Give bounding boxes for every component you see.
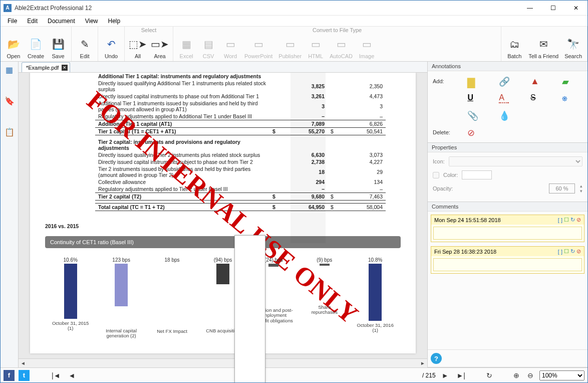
comment-collapse-icon[interactable]: [ ]	[558, 217, 562, 223]
select-group-label: Select	[127, 27, 171, 35]
menu-file[interactable]: File	[3, 17, 22, 26]
zoom-out-button[interactable]: ⊖	[525, 371, 535, 379]
sticky-note-icon: ▇	[467, 76, 477, 86]
search-button[interactable]: 🔭Search	[561, 36, 585, 60]
no-entry-icon: ⊘	[467, 127, 477, 137]
page-number-input[interactable]	[234, 235, 265, 384]
properties-panel: Properties Icon: Color: Opacity:60 %▴▾	[428, 143, 587, 202]
properties-panel-header: Properties	[428, 143, 587, 152]
app-icon: A	[4, 4, 12, 12]
convert-image-button: ▭Image	[356, 36, 378, 60]
comment-delete-icon[interactable]: ⊘	[576, 248, 581, 255]
stamp-button[interactable]: ▲	[520, 75, 551, 87]
comment-item[interactable]: Mon Sep 24 15:51:58 2018 [ ] ☐ ↻ ⊘	[431, 215, 584, 242]
convert-csv-button: ▤CSV	[197, 36, 219, 60]
color-swatch[interactable]	[462, 170, 492, 179]
last-page-button[interactable]: ►|	[454, 371, 467, 379]
caret-icon: ⎈	[562, 93, 572, 103]
menu-document[interactable]: Document	[43, 17, 80, 26]
link-button[interactable]: 🔗	[488, 75, 520, 87]
clipboard-icon: 📋	[5, 127, 15, 137]
comment-reply-icon[interactable]: ☐	[564, 217, 569, 223]
attachment-button[interactable]: 📎	[457, 109, 488, 121]
comment-refresh-icon[interactable]: ↻	[570, 217, 575, 223]
stamp-icon: ▲	[530, 76, 540, 86]
section-heading: 2016 vs. 2015	[45, 221, 401, 229]
close-button[interactable]: ✕	[564, 1, 587, 16]
annotations-panel-header: Annotations	[428, 62, 587, 71]
first-page-button[interactable]: |◄	[50, 371, 63, 379]
delete-annotation-button[interactable]: ⊘	[457, 126, 488, 138]
color-prop-label: Color:	[443, 172, 458, 178]
status-bar: f t |◄ ◄ / 215 ► ►| ↻ ⊕ ⊖ 100%	[1, 367, 587, 382]
create-button[interactable]: 📄Create	[25, 36, 47, 60]
watermark-button[interactable]: 💧	[488, 109, 520, 121]
menu-view[interactable]: View	[80, 17, 103, 26]
help-icon: ?	[434, 355, 438, 362]
opacity-spinner[interactable]: ▴▾	[580, 183, 582, 194]
prev-page-button[interactable]: ◄	[67, 371, 78, 379]
scroll-right-icon[interactable]: ►	[418, 360, 427, 366]
word-icon: ▭	[223, 37, 237, 51]
caret-button[interactable]: ⎈	[551, 92, 582, 104]
clipboard-button[interactable]: 📋	[3, 126, 17, 138]
highlight-button[interactable]: ▰	[551, 75, 582, 87]
tab-close-button[interactable]: ✕	[62, 65, 68, 71]
tell-friend-button[interactable]: ✉Tell a Friend	[525, 36, 561, 60]
document-tab[interactable]: *Example.pdf ✕	[22, 62, 70, 72]
strikeout-button[interactable]: S	[520, 92, 551, 104]
squiggly-button[interactable]: A	[488, 92, 520, 104]
tab-label: *Example.pdf	[26, 65, 59, 71]
zoom-select[interactable]: 100%	[539, 370, 584, 380]
publisher-icon: ▭	[283, 37, 297, 51]
mail-icon: ✉	[536, 37, 550, 51]
horizontal-scrollbar[interactable]: ◄ ►	[19, 358, 427, 367]
squiggly-icon: A	[499, 93, 509, 103]
facebook-icon: f	[8, 371, 10, 379]
strikeout-icon: S	[530, 93, 540, 103]
open-button[interactable]: 📂Open	[3, 36, 25, 60]
comment-text-input[interactable]	[433, 258, 582, 271]
menu-edit[interactable]: Edit	[22, 17, 43, 26]
opacity-value[interactable]: 60 %	[549, 183, 575, 194]
image-icon: ▭	[360, 37, 374, 51]
twitter-button[interactable]: t	[19, 370, 30, 381]
zoom-out-icon: ⊖	[527, 371, 533, 379]
help-button[interactable]: ?	[431, 353, 442, 364]
convert-excel-button: ▦Excel	[175, 36, 197, 60]
minimize-button[interactable]: —	[518, 1, 541, 16]
bookmarks-button[interactable]: 🔖	[3, 95, 17, 107]
comment-reply-icon[interactable]: ☐	[564, 248, 569, 255]
facebook-button[interactable]: f	[4, 370, 15, 381]
convert-html-button: ▭HTML	[305, 36, 327, 60]
comment-refresh-icon[interactable]: ↻	[570, 248, 575, 255]
icon-select[interactable]	[449, 156, 582, 166]
excel-icon: ▦	[179, 37, 193, 51]
ppt-icon: ▭	[251, 37, 265, 51]
batch-button[interactable]: 🗂Batch	[503, 36, 525, 60]
comment-collapse-icon[interactable]: [ ]	[558, 249, 562, 255]
thumbnails-button[interactable]: ▦	[3, 64, 17, 76]
next-page-button[interactable]: ►	[440, 371, 451, 379]
title-bar: A Able2Extract Professional 12 — ☐ ✕	[1, 1, 587, 16]
edit-button[interactable]: ✎Edit	[74, 36, 96, 60]
save-button[interactable]: 💾Save	[47, 36, 69, 60]
comment-text-input[interactable]	[433, 227, 582, 240]
rotate-button[interactable]: ↻	[484, 371, 494, 379]
scroll-left-icon[interactable]: ◄	[19, 360, 28, 366]
select-all-button[interactable]: ⬚➤All	[127, 36, 149, 60]
sticky-note-button[interactable]: ▇	[457, 75, 488, 87]
binoculars-icon: 🔭	[566, 37, 580, 51]
comment-delete-icon[interactable]: ⊘	[576, 217, 581, 223]
batch-icon: 🗂	[507, 37, 521, 51]
maximize-button[interactable]: ☐	[541, 1, 564, 16]
html-icon: ▭	[309, 37, 323, 51]
zoom-in-button[interactable]: ⊕	[511, 371, 521, 379]
menu-help[interactable]: Help	[103, 17, 126, 26]
select-area-button[interactable]: ▭➤Area	[149, 36, 171, 60]
comments-panel-header: Comments	[428, 202, 587, 212]
underline-button[interactable]: U	[457, 92, 488, 104]
comment-item[interactable]: Fri Sep 28 16:38:23 2018 [ ] ☐ ↻ ⊘	[431, 246, 584, 274]
undo-button[interactable]: ↶Undo	[100, 36, 122, 60]
document-area[interactable]: FOR INTERNAL USE ONLY Additional Tier 1 …	[19, 73, 427, 358]
